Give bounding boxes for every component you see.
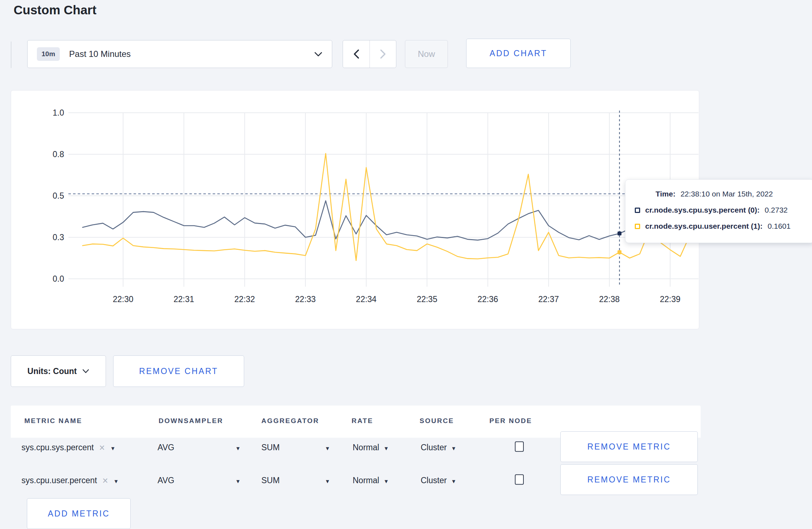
header-source: SOURCE xyxy=(420,417,454,425)
rate-select[interactable]: Normal xyxy=(353,443,389,452)
x-axis-tick-label: 22:37 xyxy=(531,294,566,305)
x-axis-tick-label: 22:30 xyxy=(105,294,141,305)
timeframe-pager xyxy=(343,40,396,68)
chevron-right-icon xyxy=(380,49,386,59)
user-series-swatch-icon xyxy=(635,224,640,229)
downsampler-value: AVG xyxy=(158,476,174,485)
now-button[interactable]: Now xyxy=(405,40,448,68)
metric-name-select[interactable]: sys.cpu.sys.percent xyxy=(21,443,116,452)
prev-range-button[interactable] xyxy=(343,40,369,68)
chart-tooltip: Time: 22:38:10 on Mar 15th, 2022 cr.node… xyxy=(625,179,812,243)
downsampler-value: AVG xyxy=(158,443,174,452)
timeframe-badge: 10m xyxy=(37,47,60,61)
x-axis-tick-label: 22:31 xyxy=(166,294,202,305)
dropdown-arrow-icon xyxy=(113,476,119,485)
header-rate: RATE xyxy=(352,417,373,425)
header-downsampler: DOWNSAMPLER xyxy=(159,417,223,425)
metric-row: sys.cpu.user.percent AVG SUM Normal Clus… xyxy=(11,464,701,496)
dropdown-arrow-icon xyxy=(451,476,456,485)
add-chart-button[interactable]: ADD CHART xyxy=(466,39,571,68)
timeframe-label: Past 10 Minutes xyxy=(69,49,314,59)
chart-card: 0.00.30.50.81.0 22:3022:3122:3222:3322:3… xyxy=(11,90,699,329)
series-line-1 xyxy=(83,154,691,261)
y-axis-tick-label: 0.0 xyxy=(33,273,64,284)
x-axis-tick-label: 22:35 xyxy=(409,294,445,305)
aggregator-value: SUM xyxy=(261,476,280,485)
units-label: Units: Count xyxy=(28,367,77,376)
chevron-left-icon xyxy=(353,49,359,59)
source-value: Cluster xyxy=(421,443,447,452)
units-select[interactable]: Units: Count xyxy=(11,355,106,387)
dropdown-arrow-icon xyxy=(325,476,330,485)
rate-select[interactable]: Normal xyxy=(353,476,389,485)
dropdown-arrow-icon xyxy=(235,476,241,485)
toolbar-divider xyxy=(11,42,11,68)
rate-value: Normal xyxy=(353,476,379,485)
tooltip-series-label: cr.node.sys.cpu.user.percent (1): xyxy=(645,222,763,230)
chart-plot[interactable] xyxy=(68,111,699,287)
y-axis-tick-label: 0.5 xyxy=(33,190,64,201)
y-axis-tick-label: 0.8 xyxy=(33,149,64,160)
remove-chart-button[interactable]: REMOVE CHART xyxy=(113,355,244,387)
dropdown-arrow-icon xyxy=(383,443,389,452)
y-axis-tick-label: 1.0 xyxy=(33,107,64,118)
x-axis-tick-label: 22:39 xyxy=(652,294,688,305)
dropdown-arrow-icon xyxy=(325,443,330,452)
page-title: Custom Chart xyxy=(14,3,96,17)
crosshair-marker xyxy=(618,250,622,254)
x-axis-tick-label: 22:38 xyxy=(591,294,627,305)
x-axis-tick-label: 22:36 xyxy=(470,294,506,305)
metric-name: sys.cpu.sys.percent xyxy=(21,443,94,452)
aggregator-select[interactable]: SUM xyxy=(261,443,330,452)
aggregator-value: SUM xyxy=(261,443,280,452)
per-node-checkbox[interactable] xyxy=(515,474,524,485)
remove-metric-button[interactable]: REMOVE METRIC xyxy=(560,431,698,462)
tooltip-time-label: Time: xyxy=(656,190,676,198)
header-metric-name: METRIC NAME xyxy=(24,417,82,425)
timeframe-select[interactable]: 10m Past 10 Minutes xyxy=(27,40,332,68)
tooltip-series-row: cr.node.sys.cpu.user.percent (1): 0.1601 xyxy=(635,222,804,230)
tooltip-series-label: cr.node.sys.cpu.sys.percent (0): xyxy=(645,206,760,214)
y-axis-tick-label: 0.3 xyxy=(33,232,64,243)
x-axis-tick-label: 22:32 xyxy=(227,294,262,305)
downsampler-select[interactable]: AVG xyxy=(158,443,241,452)
metric-name-select[interactable]: sys.cpu.user.percent xyxy=(21,476,119,485)
source-select[interactable]: Cluster xyxy=(421,443,456,452)
chevron-down-icon xyxy=(314,52,323,57)
series-line-0 xyxy=(83,201,691,240)
downsampler-select[interactable]: AVG xyxy=(158,476,241,485)
per-node-checkbox[interactable] xyxy=(515,441,524,452)
dropdown-arrow-icon xyxy=(235,443,241,452)
add-metric-button[interactable]: ADD METRIC xyxy=(27,498,131,529)
metric-row: sys.cpu.sys.percent AVG SUM Normal Clust… xyxy=(11,431,701,464)
chevron-down-icon xyxy=(82,369,89,373)
tooltip-series-value: 0.1601 xyxy=(768,222,791,230)
x-axis-tick-label: 22:34 xyxy=(348,294,384,305)
tooltip-series-row: cr.node.sys.cpu.sys.percent (0): 0.2732 xyxy=(635,206,804,214)
crosshair-marker xyxy=(618,232,622,236)
clear-icon[interactable] xyxy=(102,477,108,484)
x-axis-tick-label: 22:33 xyxy=(287,294,323,305)
dropdown-arrow-icon xyxy=(383,476,389,485)
source-value: Cluster xyxy=(421,476,447,485)
tooltip-time-value: 22:38:10 on Mar 15th, 2022 xyxy=(681,190,773,198)
next-range-button[interactable] xyxy=(369,40,396,68)
header-per-node: PER NODE xyxy=(489,417,532,425)
custom-chart-page: Custom Chart 10m Past 10 Minutes Now ADD… xyxy=(0,0,812,529)
sys-series-swatch-icon xyxy=(635,208,640,213)
header-aggregator: AGGREGATOR xyxy=(261,417,319,425)
rate-value: Normal xyxy=(353,443,379,452)
dropdown-arrow-icon xyxy=(110,443,116,452)
tooltip-time-row: Time: 22:38:10 on Mar 15th, 2022 xyxy=(656,190,804,198)
aggregator-select[interactable]: SUM xyxy=(261,476,330,485)
tooltip-series-value: 0.2732 xyxy=(765,206,788,214)
clear-icon[interactable] xyxy=(99,444,105,451)
source-select[interactable]: Cluster xyxy=(421,476,456,485)
dropdown-arrow-icon xyxy=(451,443,456,452)
metric-name: sys.cpu.user.percent xyxy=(21,476,97,485)
remove-metric-button[interactable]: REMOVE METRIC xyxy=(560,464,698,495)
